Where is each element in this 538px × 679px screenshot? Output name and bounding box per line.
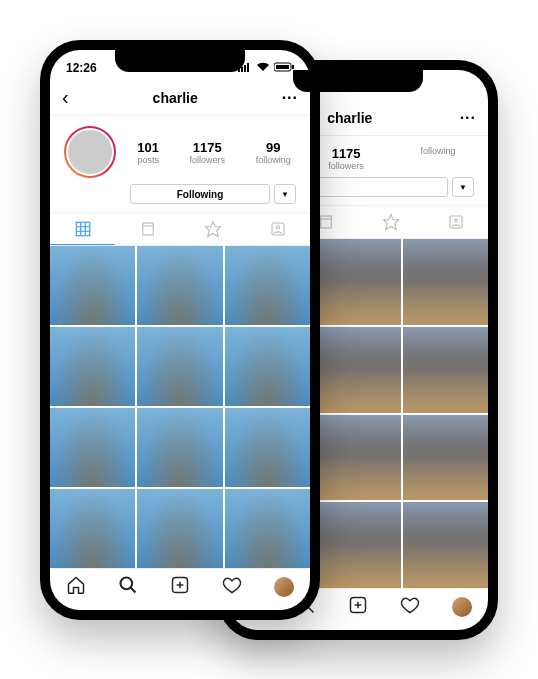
grid-cell[interactable] xyxy=(403,415,488,501)
nav-add[interactable] xyxy=(170,575,190,599)
followers-stat[interactable]: 1175 followers xyxy=(328,146,364,171)
grid-cell[interactable] xyxy=(403,327,488,413)
nav-add[interactable] xyxy=(348,595,368,619)
svg-rect-21 xyxy=(292,65,294,69)
following-stat[interactable]: following xyxy=(421,146,456,171)
grid-cell[interactable] xyxy=(315,415,400,501)
profile-header: ‹ charlie ··· xyxy=(50,80,310,116)
grid-cell[interactable] xyxy=(137,489,222,568)
following-button[interactable]: Following xyxy=(130,184,270,204)
battery-icon xyxy=(274,61,294,75)
bottom-nav xyxy=(50,568,310,610)
svg-rect-18 xyxy=(247,63,249,72)
svg-point-32 xyxy=(121,577,133,589)
nav-profile[interactable] xyxy=(274,577,294,597)
username-title: charlie xyxy=(153,90,198,106)
following-stat[interactable]: 99 following xyxy=(256,140,291,165)
svg-rect-5 xyxy=(320,216,331,228)
svg-point-31 xyxy=(276,226,279,229)
profile-tabs xyxy=(50,212,310,246)
grid-cell[interactable] xyxy=(225,327,310,406)
grid-cell[interactable] xyxy=(137,408,222,487)
nav-profile[interactable] xyxy=(452,597,472,617)
dropdown-button[interactable]: ▼ xyxy=(274,184,296,204)
svg-rect-22 xyxy=(76,222,90,236)
posts-stat[interactable]: 101 posts xyxy=(137,140,159,165)
nav-search[interactable] xyxy=(118,575,138,599)
status-time: 12:26 xyxy=(66,61,97,75)
back-button[interactable]: ‹ xyxy=(62,86,69,109)
profile-stats-row: 101 posts 1175 followers 99 following xyxy=(50,116,310,184)
svg-marker-29 xyxy=(205,222,220,237)
avatar-icon xyxy=(452,597,472,617)
more-options-button[interactable]: ··· xyxy=(460,109,476,127)
tab-tagged[interactable] xyxy=(245,213,310,245)
tab-feed[interactable] xyxy=(115,213,180,245)
svg-rect-16 xyxy=(241,67,243,72)
more-options-button[interactable]: ··· xyxy=(282,89,298,107)
profile-avatar[interactable] xyxy=(64,126,116,178)
avatar-icon xyxy=(274,577,294,597)
svg-rect-17 xyxy=(244,65,246,72)
svg-line-11 xyxy=(309,607,314,612)
photo-grid xyxy=(50,246,310,568)
screen-front: 12:26 ‹ charlie ··· xyxy=(50,50,310,610)
following-button[interactable] xyxy=(308,177,448,197)
avatar-image xyxy=(66,128,114,176)
phone-mockup-front: 12:26 ‹ charlie ··· xyxy=(40,40,320,620)
tab-saved[interactable] xyxy=(358,206,423,238)
grid-cell[interactable] xyxy=(50,408,135,487)
svg-marker-7 xyxy=(383,215,398,230)
grid-cell[interactable] xyxy=(315,239,400,325)
followers-stat[interactable]: 1175 followers xyxy=(190,140,226,165)
grid-cell[interactable] xyxy=(137,246,222,325)
grid-cell[interactable] xyxy=(50,246,135,325)
notch xyxy=(115,50,245,72)
svg-line-33 xyxy=(131,587,136,592)
grid-cell[interactable] xyxy=(225,408,310,487)
nav-home[interactable] xyxy=(66,575,86,599)
grid-cell[interactable] xyxy=(50,327,135,406)
grid-cell[interactable] xyxy=(225,246,310,325)
notch xyxy=(293,70,423,92)
action-row: Following ▼ xyxy=(50,184,310,212)
tab-grid[interactable] xyxy=(50,213,115,245)
dropdown-button[interactable]: ▼ xyxy=(452,177,474,197)
svg-rect-27 xyxy=(142,223,153,235)
svg-point-9 xyxy=(454,219,457,222)
svg-rect-20 xyxy=(276,65,289,69)
wifi-icon xyxy=(256,61,270,75)
grid-cell[interactable] xyxy=(315,327,400,413)
grid-cell[interactable] xyxy=(403,502,488,588)
grid-cell[interactable] xyxy=(403,239,488,325)
tab-tagged[interactable] xyxy=(423,206,488,238)
grid-cell[interactable] xyxy=(315,502,400,588)
nav-activity[interactable] xyxy=(222,575,242,599)
grid-cell[interactable] xyxy=(50,489,135,568)
grid-cell[interactable] xyxy=(137,327,222,406)
nav-activity[interactable] xyxy=(400,595,420,619)
grid-cell[interactable] xyxy=(225,489,310,568)
username-title: charlie xyxy=(327,110,372,126)
tab-saved[interactable] xyxy=(180,213,245,245)
